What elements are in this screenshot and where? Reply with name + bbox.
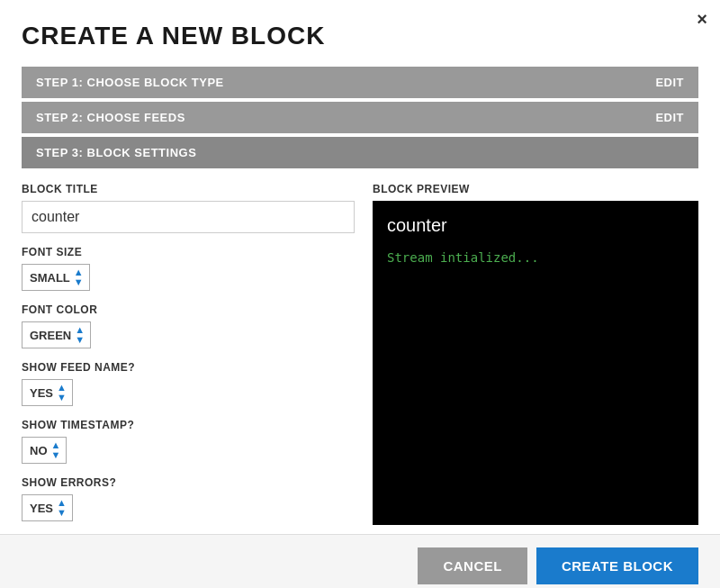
font-color-value: GREEN bbox=[30, 329, 71, 342]
font-size-select-wrapper[interactable]: SMALL ▲ ▼ bbox=[22, 264, 90, 291]
preview-label: BLOCK PREVIEW bbox=[373, 183, 698, 195]
modal: × CREATE A NEW BLOCK STEP 1: CHOOSE BLOC… bbox=[0, 0, 720, 588]
close-button[interactable]: × bbox=[697, 9, 707, 30]
show-errors-label: SHOW ERRORS? bbox=[22, 476, 355, 489]
show-errors-value: YES bbox=[30, 502, 53, 515]
preview-stream-text: Stream intialized... bbox=[387, 250, 684, 265]
step-3-label: STEP 3: BLOCK SETTINGS bbox=[36, 146, 196, 159]
step-3-bar: STEP 3: BLOCK SETTINGS bbox=[22, 137, 698, 168]
show-timestamp-arrows[interactable]: ▲ ▼ bbox=[51, 440, 61, 460]
preview-box: counter Stream intialized... bbox=[373, 201, 698, 525]
block-title-input[interactable] bbox=[22, 201, 355, 233]
font-color-select-wrapper[interactable]: GREEN ▲ ▼ bbox=[22, 321, 91, 348]
show-feed-name-select-wrapper[interactable]: YES ▲ ▼ bbox=[22, 379, 73, 406]
create-block-button[interactable]: CREATE BLOCK bbox=[536, 547, 698, 584]
show-timestamp-value: NO bbox=[30, 444, 48, 457]
step-2-label: STEP 2: CHOOSE FEEDS bbox=[36, 111, 185, 124]
show-timestamp-label: SHOW TIMESTAMP? bbox=[22, 419, 355, 431]
footer: CANCEL CREATE BLOCK bbox=[0, 534, 720, 588]
step-1-label: STEP 1: CHOOSE BLOCK TYPE bbox=[36, 76, 224, 89]
step-2-bar: STEP 2: CHOOSE FEEDS EDIT bbox=[22, 102, 698, 133]
block-title-label: BLOCK TITLE bbox=[22, 183, 355, 195]
show-errors-select-wrapper[interactable]: YES ▲ ▼ bbox=[22, 494, 73, 521]
cancel-button[interactable]: CANCEL bbox=[418, 547, 527, 584]
font-color-label: FONT COLOR bbox=[22, 303, 355, 316]
font-size-value: SMALL bbox=[30, 271, 70, 285]
font-color-arrows[interactable]: ▲ ▼ bbox=[75, 325, 85, 345]
left-panel: BLOCK TITLE FONT SIZE SMALL ▲ ▼ FONT COL… bbox=[22, 183, 355, 525]
content-area: BLOCK TITLE FONT SIZE SMALL ▲ ▼ FONT COL… bbox=[22, 183, 698, 525]
step-1-edit[interactable]: EDIT bbox=[655, 76, 684, 89]
preview-block-title: counter bbox=[387, 215, 684, 236]
modal-title: CREATE A NEW BLOCK bbox=[22, 22, 698, 50]
show-errors-arrows[interactable]: ▲ ▼ bbox=[57, 498, 67, 518]
show-timestamp-select-wrapper[interactable]: NO ▲ ▼ bbox=[22, 437, 67, 464]
font-size-label: FONT SIZE bbox=[22, 246, 355, 258]
show-feed-name-arrows[interactable]: ▲ ▼ bbox=[57, 383, 67, 403]
font-size-arrows[interactable]: ▲ ▼ bbox=[74, 267, 84, 287]
step-2-edit[interactable]: EDIT bbox=[655, 111, 684, 124]
step-1-bar: STEP 1: CHOOSE BLOCK TYPE EDIT bbox=[22, 67, 698, 98]
right-panel: BLOCK PREVIEW counter Stream intialized.… bbox=[373, 183, 698, 525]
show-feed-name-value: YES bbox=[30, 386, 53, 400]
show-feed-name-label: SHOW FEED NAME? bbox=[22, 361, 355, 374]
